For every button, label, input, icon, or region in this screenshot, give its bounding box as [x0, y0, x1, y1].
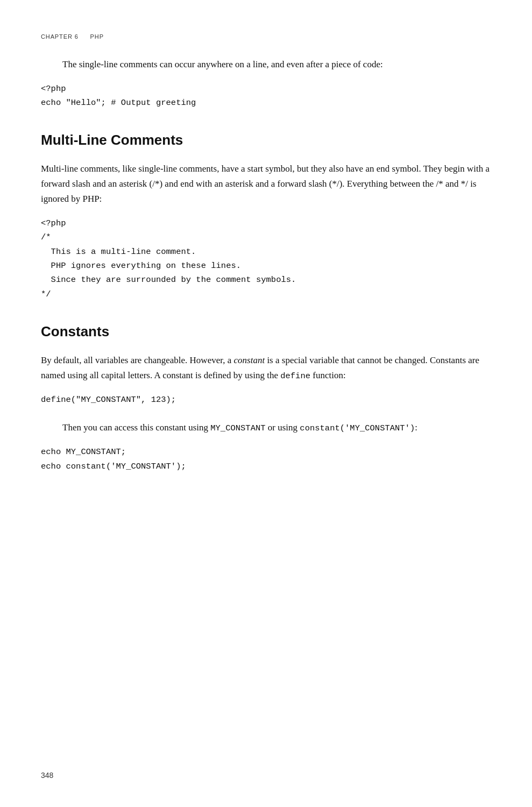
code-block-3: define("MY_CONSTANT", 123);	[41, 393, 491, 407]
section-heading-constants: Constants	[41, 321, 491, 343]
p2-before: Then you can access this constant using	[62, 422, 210, 433]
constants-text-end: function:	[310, 370, 346, 380]
chapter-topic: PHP	[90, 33, 104, 40]
code-block-2: <?php /* This is a multi-line comment. P…	[41, 216, 491, 301]
code-block-4: echo MY_CONSTANT; echo constant('MY_CONS…	[41, 445, 491, 473]
constants-italic: constant	[234, 355, 265, 365]
p2-code1: MY_CONSTANT	[210, 423, 265, 433]
constants-body-1: By default, all variables are changeable…	[41, 353, 491, 384]
constants-body-2: Then you can access this constant using …	[41, 420, 491, 436]
chapter-number: CHAPTER 6	[41, 33, 79, 40]
page-number: 348	[41, 769, 53, 781]
constants-text-before: By default, all variables are changeable…	[41, 355, 234, 365]
intro-paragraph: The single-line comments can occur anywh…	[41, 57, 491, 72]
p2-code2: constant('MY_CONSTANT')	[300, 423, 415, 433]
p2-mid: or using	[266, 422, 300, 433]
chapter-header: CHAPTER 6 PHP	[41, 32, 491, 42]
book-page: CHAPTER 6 PHP The single-line comments c…	[0, 0, 532, 807]
p2-end: :	[415, 422, 417, 433]
multiline-body: Multi-line comments, like single-line co…	[41, 161, 491, 207]
code-block-1: <?php echo "Hello"; # Output greeting	[41, 82, 491, 110]
constants-inline-code: define	[280, 371, 310, 381]
section-heading-multiline: Multi-Line Comments	[41, 129, 491, 152]
